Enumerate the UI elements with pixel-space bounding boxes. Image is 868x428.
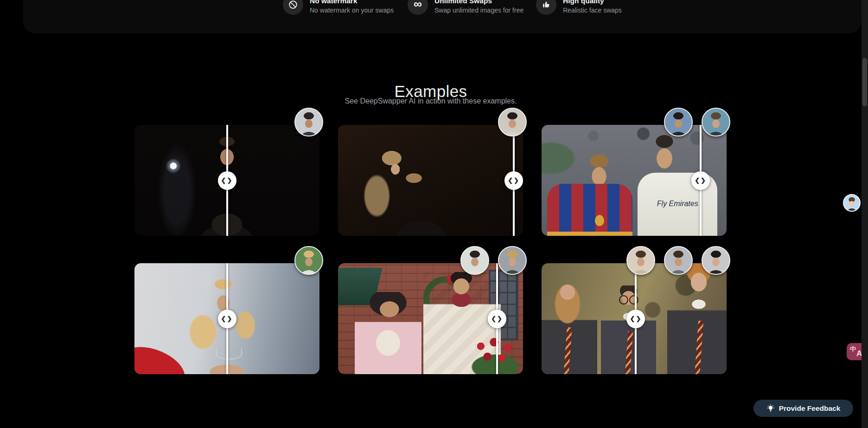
example-card-studio-portrait[interactable]: ❮❯	[338, 125, 523, 236]
source-face-avatar	[294, 108, 323, 136]
examples-subheading: See DeepSwapper AI in action with these …	[0, 97, 862, 105]
feature-subtitle: Realistic face swaps	[563, 6, 622, 14]
feature-no-watermark: No watermark No watermark on your swaps	[283, 0, 394, 15]
comparison-slider-handle[interactable]: ❮❯	[626, 310, 645, 328]
source-face-avatar	[664, 246, 693, 275]
striped-tie	[695, 321, 703, 374]
source-face-avatars	[664, 108, 730, 136]
source-face-avatar	[460, 246, 489, 275]
no-watermark-icon	[283, 0, 303, 15]
source-face-avatars	[626, 246, 730, 275]
examples-grid: ❮❯ ❮❯ Fly Emirates ❮❯	[134, 125, 727, 374]
hero-features-band: No watermark No watermark on your swaps …	[23, 0, 862, 33]
jersey-crest	[595, 215, 604, 226]
student-middle	[601, 285, 657, 374]
feature-unlimited-swaps: ∞ Unlimited Swaps Swap unlimited images …	[408, 0, 523, 15]
scrollbar-track[interactable]	[862, 0, 868, 428]
feature-title: Unlimited Swaps	[434, 0, 523, 5]
scrollbar-thumb[interactable]	[862, 58, 867, 106]
red-dress	[134, 340, 191, 374]
thumbs-up-icon	[536, 0, 556, 15]
source-face-avatar	[702, 108, 730, 136]
source-face-avatar	[498, 108, 527, 136]
example-card-students[interactable]: ❮❯	[542, 263, 727, 374]
source-face-avatars	[460, 246, 527, 275]
lightbulb-icon	[766, 404, 775, 413]
source-face-avatar	[664, 108, 693, 136]
example-card-couple[interactable]: ❮❯	[338, 263, 523, 374]
jersey-sponsor-text: Fly Emirates	[655, 199, 700, 209]
example-card-red-dress-woman[interactable]: ❮❯	[134, 263, 319, 374]
feature-title: No watermark	[310, 0, 394, 5]
student-right	[667, 263, 727, 374]
source-face-avatars	[294, 108, 323, 136]
source-face-avatar	[702, 246, 730, 275]
comparison-slider-handle[interactable]: ❮❯	[691, 171, 710, 190]
striped-tie	[563, 327, 572, 374]
player-left-striped-jersey	[547, 184, 632, 236]
red-roses-bouquet	[467, 334, 523, 374]
profile-avatar-button[interactable]	[843, 194, 861, 212]
woman-in-pink-jacket	[355, 292, 421, 374]
student-left	[542, 277, 597, 374]
comparison-image	[338, 125, 523, 236]
comparison-slider-handle[interactable]: ❮❯	[504, 171, 523, 190]
comparison-slider-handle[interactable]: ❮❯	[488, 310, 506, 328]
comparison-slider-handle[interactable]: ❮❯	[218, 171, 236, 190]
translate-cn-glyph: 中	[850, 345, 856, 353]
example-card-footballers[interactable]: Fly Emirates ❮❯	[542, 125, 727, 236]
comparison-slider-handle[interactable]: ❮❯	[218, 310, 236, 328]
necklace	[216, 349, 242, 360]
source-face-avatar	[294, 246, 323, 275]
feedback-button-label: Provide Feedback	[779, 404, 841, 413]
striped-tie	[625, 331, 633, 374]
deepswapper-examples-page: { "features": [ {"icon": "no-watermark-i…	[0, 0, 868, 428]
provide-feedback-button[interactable]: Provide Feedback	[753, 400, 853, 417]
source-face-avatar	[626, 246, 655, 275]
feature-high-quality: High quality Realistic face swaps	[536, 0, 622, 15]
source-face-avatars	[498, 108, 527, 136]
feature-title: High quality	[563, 0, 622, 5]
infinity-icon: ∞	[408, 0, 428, 15]
example-card-stage-man[interactable]: ❮❯	[134, 125, 319, 236]
feature-subtitle: No watermark on your swaps	[310, 6, 394, 14]
feature-subtitle: Swap unlimited images for free	[434, 6, 523, 14]
source-face-avatar	[498, 246, 527, 275]
source-face-avatars	[294, 246, 323, 275]
